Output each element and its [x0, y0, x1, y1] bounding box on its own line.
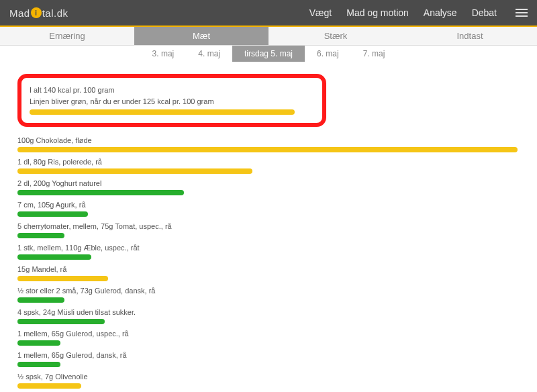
nav-mad-og-motion[interactable]: Mad og motion: [346, 7, 409, 18]
date-selector: 3. maj 4. maj tirsdag 5. maj 6. maj 7. m…: [0, 46, 537, 62]
tab-indtast[interactable]: Indtast: [403, 27, 537, 46]
food-item[interactable]: 1 mellem, 65g Gulerod, uspec., rå: [17, 330, 520, 346]
food-label: 4 spsk, 24g Müsli uden tilsat sukker.: [17, 308, 520, 316]
date-6-maj[interactable]: 6. maj: [305, 46, 351, 62]
food-label: ½ spsk, 7g Olivenolie: [17, 373, 520, 381]
logo-text-left: Mad: [9, 7, 30, 19]
food-label: 1 mellem, 65g Gulerod, uspec., rå: [17, 330, 520, 338]
info-icon: i: [31, 7, 42, 18]
food-bar: [17, 254, 91, 260]
tab-maet[interactable]: Mæt: [134, 27, 268, 46]
nav-debat[interactable]: Debat: [472, 7, 497, 18]
food-bar: [17, 319, 105, 324]
date-7-maj[interactable]: 7. maj: [351, 46, 397, 62]
menu-icon[interactable]: [516, 9, 528, 17]
summary-total: I alt 140 kcal pr. 100 gram: [30, 85, 314, 96]
food-item[interactable]: ½ stor eller 2 små, 73g Gulerod, dansk, …: [17, 287, 520, 303]
category-tabs: Ernæring Mæt Stærk Indtast: [0, 27, 537, 46]
food-bar: [17, 211, 88, 217]
food-label: 100g Chokolade, fløde: [17, 136, 520, 144]
food-item[interactable]: 1 stk, mellem, 110g Æble, uspec., råt: [17, 244, 520, 260]
logo[interactable]: Mad i tal.dk: [9, 7, 68, 19]
food-label: 2 dl, 200g Yoghurt naturel: [17, 179, 520, 187]
food-label: ½ stor eller 2 små, 73g Gulerod, dansk, …: [17, 287, 520, 295]
date-5-maj[interactable]: tirsdag 5. maj: [232, 46, 305, 62]
food-bar: [17, 147, 518, 152]
food-item[interactable]: 1 dl, 80g Ris, polerede, rå: [17, 158, 520, 174]
food-label: 1 mellem, 65g Gulerod, dansk, rå: [17, 351, 520, 359]
food-item[interactable]: 5 cherrytomater, mellem, 75g Tomat, uspe…: [17, 222, 520, 238]
food-item[interactable]: 100g Chokolade, fløde: [17, 136, 520, 152]
tab-ernaering[interactable]: Ernæring: [0, 27, 134, 46]
food-bar: [17, 383, 81, 389]
summary-box: I alt 140 kcal pr. 100 gram Linjen blive…: [17, 74, 326, 127]
content-area: I alt 140 kcal pr. 100 gram Linjen blive…: [0, 62, 537, 392]
food-label: 5 cherrytomater, mellem, 75g Tomat, uspe…: [17, 222, 520, 230]
food-item[interactable]: 4 spsk, 24g Müsli uden tilsat sukker.: [17, 308, 520, 324]
tab-staerk[interactable]: Stærk: [268, 27, 403, 46]
nav-vaegt[interactable]: Vægt: [309, 7, 332, 18]
food-label: 1 stk, mellem, 110g Æble, uspec., råt: [17, 244, 520, 252]
food-bar: [17, 190, 184, 195]
food-bar: [17, 297, 64, 303]
food-item[interactable]: 7 cm, 105g Agurk, rå: [17, 201, 520, 217]
food-item[interactable]: 15g Mandel, rå: [17, 265, 520, 281]
app-header: Mad i tal.dk Vægt Mad og motion Analyse …: [0, 0, 537, 27]
food-bar: [17, 362, 60, 367]
food-item[interactable]: 2 dl, 200g Yoghurt naturel: [17, 179, 520, 195]
food-bar: [17, 276, 108, 281]
food-label: 1 dl, 80g Ris, polerede, rå: [17, 158, 520, 166]
top-nav: Vægt Mad og motion Analyse Debat: [309, 7, 528, 18]
summary-hint: Linjen bliver grøn, når du er under 125 …: [30, 96, 314, 107]
nav-analyse[interactable]: Analyse: [424, 7, 457, 18]
food-label: 15g Mandel, rå: [17, 265, 520, 273]
food-bar: [17, 233, 64, 238]
food-item[interactable]: ½ spsk, 7g Olivenolie: [17, 373, 520, 389]
food-list: 100g Chokolade, fløde1 dl, 80g Ris, pole…: [17, 136, 520, 392]
logo-text-right: tal.dk: [42, 7, 68, 19]
date-3-maj[interactable]: 3. maj: [140, 46, 187, 62]
food-item[interactable]: 1 mellem, 65g Gulerod, dansk, rå: [17, 351, 520, 367]
food-bar: [17, 340, 60, 346]
food-bar: [17, 168, 252, 174]
summary-bar: [30, 109, 295, 115]
date-4-maj[interactable]: 4. maj: [186, 46, 232, 62]
food-label: 7 cm, 105g Agurk, rå: [17, 201, 520, 209]
